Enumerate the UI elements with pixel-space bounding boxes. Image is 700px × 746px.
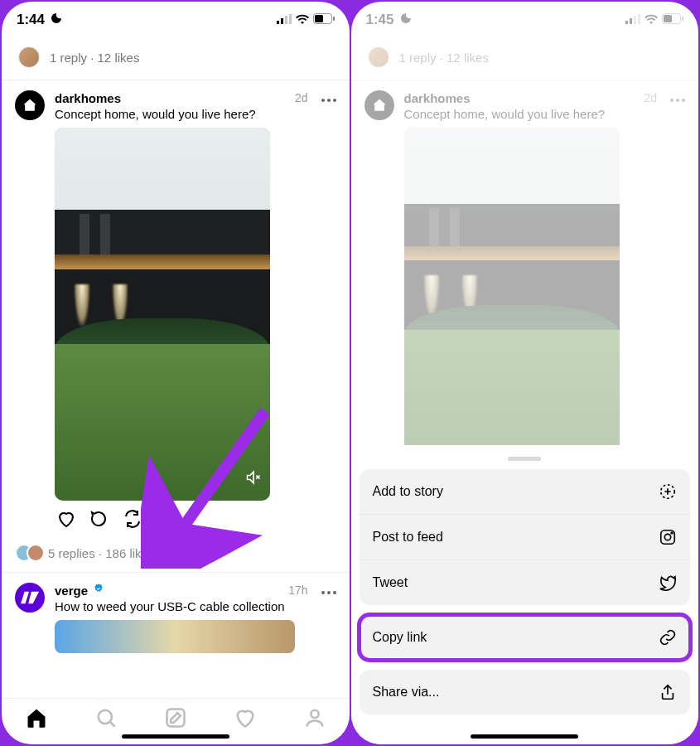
avatar-darkhomes [364, 90, 394, 120]
post-media [404, 128, 620, 476]
svg-rect-20 [638, 14, 640, 24]
caption: How to weed your USB-C cable collection [55, 599, 336, 613]
sheet-group-2: Copy link [360, 615, 691, 660]
sheet-group-1: Add to story Post to feed Tweet [360, 469, 691, 605]
sheet-item-label: Add to story [373, 484, 443, 499]
reply-summary-text: 1 reply · 12 likes [399, 51, 489, 65]
svg-point-11 [327, 591, 331, 594]
post-verge: verge 17h How to weed your USB-C cable c… [2, 573, 350, 663]
timestamp: 17h [288, 584, 307, 597]
sheet-item-add-to-story[interactable]: Add to story [360, 469, 691, 514]
repost-icon[interactable] [123, 509, 142, 529]
mute-icon[interactable] [245, 469, 262, 489]
svg-point-29 [664, 534, 670, 540]
sheet-item-label: Copy link [373, 630, 427, 645]
reply-summary-row: 1 reply · 12 likes [351, 38, 699, 80]
svg-point-30 [671, 532, 673, 534]
svg-point-26 [682, 99, 685, 102]
like-icon[interactable] [56, 509, 76, 529]
home-indicator[interactable] [122, 734, 229, 739]
svg-rect-19 [634, 16, 636, 24]
sheet-item-label: Share via... [373, 685, 440, 700]
battery-icon [662, 12, 683, 28]
more-icon [670, 90, 685, 105]
reply-summary-row[interactable]: 1 reply · 12 likes [2, 38, 350, 80]
status-bar: 1:44 [2, 2, 350, 38]
share-sheet: Add to story Post to feed Tweet Copy lin… [351, 445, 699, 744]
nav-profile-icon[interactable] [303, 706, 326, 729]
svg-point-24 [670, 99, 673, 102]
svg-rect-2 [285, 16, 287, 24]
post-media[interactable] [55, 128, 270, 501]
nav-home-icon[interactable] [25, 706, 48, 729]
svg-rect-3 [289, 14, 292, 24]
sheet-item-label: Tweet [373, 575, 408, 590]
svg-rect-5 [315, 15, 323, 22]
username[interactable]: verge [55, 584, 88, 598]
phone-left: 1:44 1 reply · 12 likes [2, 2, 350, 744]
timestamp: 2d [644, 91, 657, 104]
svg-point-10 [321, 591, 325, 594]
sheet-item-copy-link[interactable]: Copy link [360, 615, 691, 660]
svg-point-14 [98, 710, 111, 723]
sheet-item-tweet[interactable]: Tweet [360, 560, 691, 605]
post-stats-row[interactable]: 5 replies · 186 likes [2, 539, 350, 572]
signal-icon [625, 12, 640, 28]
sheet-item-post-to-feed[interactable]: Post to feed [360, 514, 691, 560]
sheet-group-3: Share via... [360, 670, 691, 715]
post-media[interactable] [55, 620, 295, 653]
phone-right: 1:45 1 reply · 12 likes d [351, 2, 699, 744]
svg-point-8 [327, 99, 331, 102]
sheet-grabber[interactable] [508, 457, 541, 461]
home-indicator[interactable] [471, 734, 578, 739]
avatar-verge[interactable] [15, 583, 45, 613]
add-story-icon [659, 482, 677, 501]
status-time: 1:45 [366, 12, 394, 28]
avatar-small [368, 46, 389, 68]
nav-activity-icon[interactable] [234, 706, 257, 729]
svg-point-7 [321, 99, 325, 102]
more-icon[interactable] [321, 90, 336, 105]
share-icon[interactable] [156, 509, 176, 529]
wifi-icon [296, 12, 309, 28]
feed: 1 reply · 12 likes darkhomes 2d [2, 38, 350, 698]
do-not-disturb-icon [399, 12, 413, 29]
comment-icon[interactable] [89, 509, 109, 529]
status-time: 1:44 [17, 12, 45, 28]
post-darkhomes: darkhomes 2d Concept home, would you liv… [351, 80, 699, 486]
nav-compose-icon[interactable] [164, 706, 187, 729]
replies-avatar-stack [15, 544, 38, 562]
post-actions [55, 509, 336, 529]
link-icon [659, 628, 677, 647]
svg-point-9 [333, 99, 336, 102]
svg-point-16 [311, 710, 318, 717]
do-not-disturb-icon [50, 12, 63, 29]
nav-search-icon[interactable] [94, 706, 118, 729]
reply-summary-text: 1 reply · 12 likes [50, 51, 139, 65]
svg-rect-15 [167, 709, 184, 726]
sheet-item-share-via[interactable]: Share via... [360, 670, 691, 715]
svg-rect-18 [630, 18, 632, 24]
verified-icon [93, 583, 104, 598]
svg-point-12 [333, 591, 336, 594]
signal-icon [277, 12, 292, 28]
battery-icon [313, 12, 335, 28]
svg-rect-0 [277, 21, 279, 24]
wifi-icon [644, 12, 658, 28]
svg-rect-23 [682, 17, 683, 21]
avatar-darkhomes[interactable] [15, 90, 45, 120]
svg-rect-1 [281, 18, 283, 24]
sheet-item-label: Post to feed [373, 530, 443, 545]
svg-rect-6 [333, 17, 335, 21]
more-icon[interactable] [321, 583, 336, 598]
avatar-small [18, 46, 40, 68]
svg-rect-21 [663, 14, 681, 24]
svg-rect-17 [625, 21, 628, 24]
status-bar: 1:45 [351, 2, 699, 38]
svg-point-25 [676, 99, 679, 102]
share-icon [659, 683, 677, 701]
instagram-icon [659, 528, 677, 546]
username: darkhomes [404, 91, 471, 105]
username[interactable]: darkhomes [55, 91, 121, 105]
divider [351, 80, 699, 80]
